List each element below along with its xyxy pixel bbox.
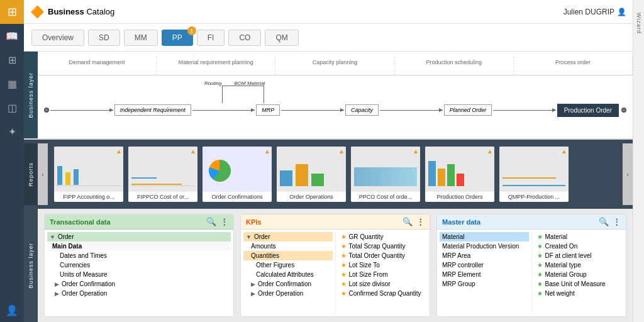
master-net-weight[interactable]: ★Net weight <box>535 289 624 298</box>
master-mrp-area[interactable]: MRP Area <box>440 251 529 260</box>
master-mrp-element[interactable]: MRP Element <box>440 270 529 279</box>
tree-item-order-conf[interactable]: ▶ Order Confirmation <box>47 279 231 289</box>
kpi-other[interactable]: Other Figures <box>243 260 333 270</box>
sidebar-item-user[interactable]: 👤 <box>0 298 24 322</box>
master-mat-type[interactable]: ★Material type <box>535 260 624 270</box>
col-capacity: Capacity planning <box>275 57 394 75</box>
sidebar-item-book[interactable]: 📖 <box>0 24 24 48</box>
master-material-field[interactable]: ★Material <box>535 232 624 242</box>
uom-label: Units of Measure <box>60 271 108 278</box>
kpi-amounts[interactable]: Amounts <box>243 242 333 251</box>
kpi-conf-scrap[interactable]: ★Confirmed Scrap Quantity <box>338 289 428 298</box>
transactional-body: ▼ Order Main Data Dates and Times Curren… <box>45 230 233 316</box>
tree-item-dates[interactable]: Dates and Times <box>47 251 231 260</box>
kpi-lot-divisor[interactable]: ★Lot size divisor <box>338 279 428 289</box>
kpi-quantities[interactable]: Quantities <box>243 251 333 260</box>
master-title: Master data <box>442 218 480 226</box>
business-layer-section: Business layer Transactional data 🔍 ⋮ ▼ <box>24 209 633 322</box>
kpis-panel: KPIs 🔍 ⋮ ▼ Order <box>240 214 430 317</box>
node-capacity[interactable]: Capacity <box>345 104 379 116</box>
kpis-menu-icon[interactable]: ⋮ <box>416 217 425 226</box>
tree-item-currencies[interactable]: Currencies <box>47 260 231 270</box>
node-production-order[interactable]: Production Order <box>557 104 619 117</box>
kpi-order-label: Order <box>254 233 270 240</box>
report-card-r2[interactable]: ▲ FIPPCO Cost of or... <box>128 147 197 202</box>
master-base-uom[interactable]: ★Base Unit of Measure <box>535 279 624 289</box>
col-demand: Demand management <box>38 57 157 75</box>
kpi-order[interactable]: ▼ Order <box>243 232 333 242</box>
node-ind-req[interactable]: Independent Requirement <box>114 104 191 116</box>
report-card-r5[interactable]: ▲ PPCO Cost of orde... <box>351 147 420 202</box>
currencies-label: Currencies <box>60 262 90 269</box>
transactional-menu-icon[interactable]: ⋮ <box>220 217 228 226</box>
main-area: 🔶 Business Catalog Julien DUGRIP 👤 Overv… <box>24 0 633 322</box>
sidebar-item-layers[interactable]: ◫ <box>0 96 24 119</box>
kpi-total-scrap[interactable]: ★Total Scrap Quantity <box>338 242 428 251</box>
kpi-lot-size-to[interactable]: ★Lot Size To <box>338 260 428 270</box>
report-thumb-r3: ▲ <box>203 147 272 191</box>
kpis-search-icon[interactable]: 🔍 <box>402 217 413 226</box>
branch-line-bom <box>264 86 264 103</box>
transactional-search-icon[interactable]: 🔍 <box>206 217 216 226</box>
tab-qm[interactable]: QM <box>265 30 298 46</box>
master-menu-icon[interactable]: ⋮ <box>613 217 621 226</box>
report-label-r7: QMPP-Production ... <box>499 191 569 202</box>
tab-fi[interactable]: FI <box>197 30 225 46</box>
reports-label: Reports <box>24 143 38 205</box>
kpis-body: ▼ Order Amounts Quantities Other Figures <box>241 230 430 316</box>
report-card-r3[interactable]: ▲ Order Confirmations <box>203 147 272 202</box>
tree-item-order-op[interactable]: ▶ Order Operation <box>47 289 231 298</box>
tab-overview[interactable]: Overview <box>31 30 84 46</box>
sidebar-item-chart[interactable]: ▦ <box>0 72 24 96</box>
dates-label: Dates and Times <box>60 252 107 259</box>
tab-co[interactable]: CO <box>228 30 261 46</box>
reports-right-expand[interactable]: › <box>623 143 633 205</box>
tab-sd[interactable]: SD <box>88 30 120 46</box>
kpi-lot-size-from[interactable]: ★Lot Size From <box>338 270 428 279</box>
user-icon: 👤 <box>617 8 626 16</box>
node-planned-order[interactable]: Planned Order <box>444 104 492 116</box>
master-search-icon[interactable]: 🔍 <box>599 217 609 226</box>
master-mat-group[interactable]: ★Material Group <box>535 270 624 279</box>
transactional-icons: 🔍 ⋮ <box>206 217 228 226</box>
flow-arrow-2 <box>192 110 255 111</box>
report-label-r2: FIPPCO Cost of or... <box>128 191 197 202</box>
report-thumb-r4: ▲ <box>277 147 346 191</box>
kpi-calc[interactable]: Calculated Attributes <box>243 270 333 279</box>
report-thumb-r7: ▲ <box>499 147 569 191</box>
app-title-normal: Catalog <box>86 7 114 16</box>
reports-expand-handle[interactable]: ‹ <box>38 143 48 205</box>
kpi-total-order[interactable]: ★Total Order Quantity <box>338 251 428 260</box>
master-mrp-controller[interactable]: MRP controller <box>440 260 529 270</box>
report-card-r7[interactable]: ▲ QMPP-Production ... <box>499 147 569 202</box>
master-material[interactable]: Material <box>440 232 529 242</box>
report-label-r1: FIPP Accounting o... <box>54 191 123 202</box>
sidebar-item-home[interactable]: ⊞ <box>0 48 24 72</box>
tree-item-maindata[interactable]: Main Data <box>47 242 231 251</box>
tree-item-order[interactable]: ▼ Order <box>47 232 231 242</box>
tab-pp[interactable]: PP 1 <box>162 30 193 46</box>
tab-mm[interactable]: MM <box>124 30 158 46</box>
report-card-r1[interactable]: ▲ FIPP Accounting o... <box>54 147 123 202</box>
report-card-r6[interactable]: ▲ Production Orders <box>425 147 494 202</box>
created-on-label: Created On <box>545 243 578 250</box>
report-label-r3: Order Confirmations <box>203 191 272 202</box>
branch-line-routing <box>222 86 223 103</box>
master-mrp-group[interactable]: MRP Group <box>440 279 529 289</box>
node-mrp[interactable]: MRP <box>256 104 280 116</box>
reports-cards: ▲ FIPP Accounting o... ▲ <box>48 143 623 205</box>
wizard-label: Wizard <box>636 13 642 34</box>
wizard-panel: Wizard <box>633 0 644 322</box>
kpi-order-op[interactable]: ▶ Order Operation <box>243 289 333 298</box>
kpi-order-conf[interactable]: ▶ Order Confirmation <box>243 279 333 289</box>
sidebar-item-star[interactable]: ✦ <box>0 119 24 143</box>
master-created-on[interactable]: ★Created On <box>535 242 624 251</box>
kpi-gr-qty[interactable]: ★GR Quantity <box>338 232 428 242</box>
master-df-client[interactable]: ★DF at client level <box>535 251 624 260</box>
master-mat-prod-version[interactable]: Material Production Version <box>440 242 529 251</box>
tree-item-uom[interactable]: Units of Measure <box>47 270 231 279</box>
report-thumb-r6: ▲ <box>425 147 494 191</box>
order-op-label: Order Operation <box>62 290 107 297</box>
process-columns: Demand management Material requirement p… <box>38 57 633 75</box>
report-card-r4[interactable]: ▲ Order Operations <box>277 147 346 202</box>
